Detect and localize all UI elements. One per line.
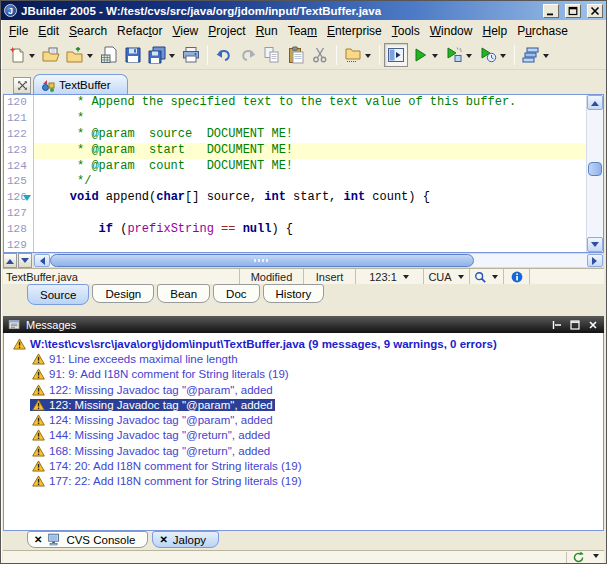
undo-button[interactable] [212, 43, 236, 67]
line-number[interactable]: 127 [4, 206, 34, 222]
dropdown-arrow-icon[interactable] [29, 54, 35, 61]
minimize-button[interactable] [543, 4, 559, 18]
vertical-scrollbar[interactable] [586, 95, 603, 252]
paste-button[interactable] [284, 43, 308, 67]
code-area[interactable]: 120 * Append the specified text to the t… [4, 95, 586, 252]
message-item[interactable]: 177: 22: Add I18N comment for String lit… [4, 474, 603, 489]
status-zoom[interactable] [470, 269, 504, 284]
message-item[interactable]: 122: Missing Javadoc tag "@param", added [4, 382, 603, 397]
message-item[interactable]: 91: 9: Add I18N comment for String liter… [4, 367, 603, 382]
restore-panes-button[interactable] [13, 77, 31, 94]
code-editor[interactable]: 120 * Append the specified text to the t… [3, 94, 604, 253]
dock-button[interactable] [550, 319, 563, 331]
tab-doc[interactable]: Doc [213, 284, 259, 303]
message-item[interactable]: 91: Line exceeds maximal line length [4, 351, 603, 366]
status-info[interactable] [504, 269, 530, 284]
menu-run[interactable]: Run [251, 22, 283, 40]
dropdown-arrow-icon[interactable] [432, 54, 438, 61]
message-root[interactable]: W:\test\cvs\src\java\org\jdom\input\Text… [4, 336, 603, 351]
run-button[interactable] [408, 43, 442, 67]
message-item[interactable]: 174: 20: Add I18N comment for String lit… [4, 458, 603, 473]
message-item[interactable]: 144: Missing Javadoc tag "@return", adde… [4, 428, 603, 443]
tab-history[interactable]: History [263, 284, 325, 303]
dropdown-arrow-icon[interactable] [500, 54, 506, 61]
vertical-scroll-thumb[interactable] [588, 162, 602, 176]
scroll-up-button[interactable] [587, 95, 603, 110]
dropdown-arrow-icon[interactable] [87, 54, 93, 61]
new-file-button[interactable] [5, 43, 39, 67]
line-number[interactable]: 129 [4, 238, 34, 252]
tab-jalopy[interactable]: ✕Jalopy [152, 531, 219, 548]
horizontal-scroll-thumb[interactable] [50, 254, 474, 267]
dropdown-arrow-icon[interactable] [543, 54, 549, 61]
fold-marker-icon[interactable] [23, 195, 31, 201]
menu-purchase[interactable]: Purchase [512, 22, 573, 40]
menu-team[interactable]: Team [283, 22, 322, 40]
menu-enterprise[interactable]: Enterprise [322, 22, 387, 40]
tab-textbuffer[interactable]: TextBuffer [33, 74, 128, 94]
menu-help[interactable]: Help [477, 22, 512, 40]
vertical-scroll-track[interactable] [587, 110, 603, 237]
print-button[interactable] [179, 43, 203, 67]
browse-classes-button[interactable] [341, 43, 375, 67]
message-item[interactable]: 168: Missing Javadoc tag "@return", adde… [4, 443, 603, 458]
maximize-button[interactable] [565, 4, 581, 18]
message-item[interactable]: 124: Missing Javadoc tag "@param", added [4, 412, 603, 427]
dropdown-arrow-icon[interactable] [169, 54, 175, 61]
tab-design[interactable]: Design [92, 284, 154, 303]
menu-search[interactable]: Search [64, 22, 112, 40]
window-list-button[interactable] [519, 43, 553, 67]
copy-button[interactable] [260, 43, 284, 67]
line-number[interactable]: 125 [4, 174, 34, 190]
dropdown-arrow-icon[interactable] [466, 54, 472, 61]
status-keymap[interactable]: CUA [424, 269, 470, 284]
tab-cvs-console[interactable]: ✕CVS Console [27, 531, 148, 548]
menu-refactor[interactable]: Refactor [112, 22, 167, 40]
maximize-panel-button[interactable] [568, 319, 581, 331]
menu-tools[interactable]: Tools [387, 22, 425, 40]
redo-button[interactable] [236, 43, 260, 67]
tab-source[interactable]: Source [27, 284, 89, 305]
line-number[interactable]: 128 [4, 222, 34, 238]
profile-button[interactable] [476, 43, 510, 67]
tab-bean[interactable]: Bean [157, 284, 210, 303]
line-number[interactable]: 120 [4, 95, 34, 111]
scroll-down-button[interactable] [587, 237, 603, 252]
close-tab-button[interactable]: ✕ [159, 535, 167, 545]
save-all-button[interactable] [145, 43, 179, 67]
horizontal-scroll-track[interactable] [50, 254, 587, 267]
close-panel-button[interactable] [586, 319, 599, 331]
menu-project[interactable]: Project [203, 22, 250, 40]
menu-view[interactable]: View [167, 22, 203, 40]
save-as-button[interactable] [97, 43, 121, 67]
line-number[interactable]: 121 [4, 111, 34, 127]
scroll-left-button[interactable] [34, 254, 50, 267]
scroll-right-button[interactable] [587, 254, 603, 267]
next-item-button[interactable] [18, 253, 32, 268]
open-file-button[interactable] [39, 43, 63, 67]
line-number[interactable]: 126 [4, 190, 34, 206]
previous-item-button[interactable] [3, 253, 17, 268]
debug-button[interactable] [442, 43, 476, 67]
message-item-inner: 122: Missing Javadoc tag "@param", added [30, 384, 275, 396]
status-caret-position[interactable]: 123:1 [356, 269, 424, 284]
close-button[interactable] [587, 4, 603, 18]
toggle-panel-button[interactable] [384, 43, 408, 67]
line-number[interactable]: 123 [4, 143, 34, 159]
menu-window[interactable]: Window [425, 22, 478, 40]
dropdown-arrow-icon[interactable] [365, 54, 371, 61]
dropdown-arrow-icon[interactable] [593, 554, 599, 561]
save-button[interactable] [121, 43, 145, 67]
horizontal-scrollbar[interactable] [33, 253, 604, 268]
close-tab-button[interactable]: ✕ [34, 535, 42, 545]
line-number[interactable]: 122 [4, 127, 34, 143]
title-bar[interactable]: J JBuilder 2005 - W:/test/cvs/src/java/o… [1, 1, 606, 20]
open-project-button[interactable] [63, 43, 97, 67]
cut-button[interactable] [308, 43, 332, 67]
menu-file[interactable]: File [4, 22, 33, 40]
messages-header[interactable]: Messages [3, 316, 604, 333]
line-number[interactable]: 124 [4, 159, 34, 175]
refresh-button[interactable] [572, 551, 585, 564]
menu-edit[interactable]: Edit [33, 22, 64, 40]
message-item[interactable]: 123: Missing Javadoc tag "@param", added [4, 397, 603, 412]
